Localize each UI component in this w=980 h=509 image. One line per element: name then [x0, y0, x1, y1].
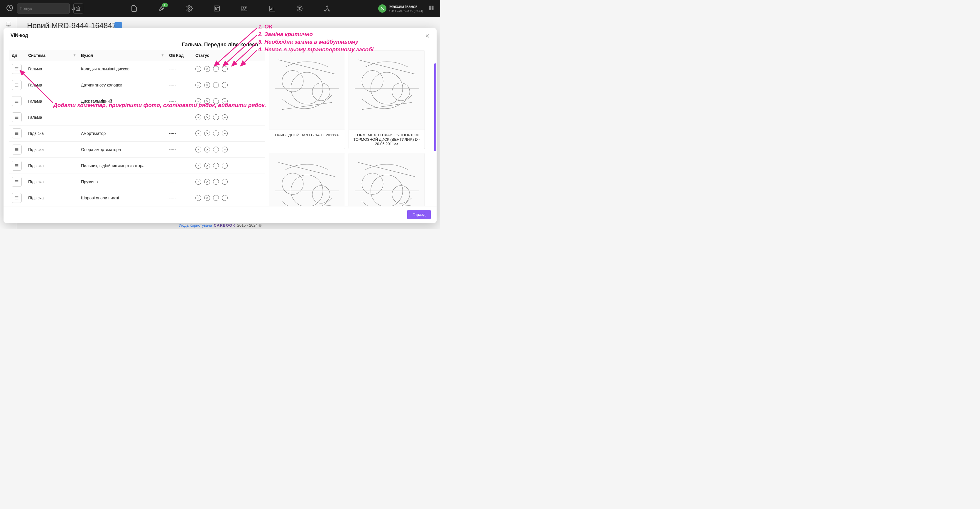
cell-system: Підвіска: [26, 158, 79, 174]
status-none-icon[interactable]: −: [222, 82, 228, 88]
diagram-card[interactable]: [348, 153, 425, 206]
footer-agreement-link[interactable]: Угода Користувача: [179, 223, 212, 228]
col-assembly[interactable]: Вузол: [79, 50, 167, 61]
svg-line-27: [358, 60, 415, 74]
gear-icon[interactable]: [186, 5, 193, 12]
diagram-card[interactable]: [269, 153, 345, 206]
svg-line-33: [278, 162, 336, 176]
status-ok-icon[interactable]: ✓: [196, 66, 201, 72]
status-warning-icon[interactable]: !: [213, 66, 219, 72]
status-critical-icon[interactable]: ✕: [204, 179, 210, 185]
status-none-icon[interactable]: −: [222, 195, 228, 201]
col-actions: Дії: [10, 50, 26, 61]
diagram-image: [349, 51, 425, 130]
status-warning-icon[interactable]: !: [213, 179, 219, 185]
diagram-card[interactable]: ТОРМ. МЕХ. С ПЛАВ. СУППОРТОМ ТОРМОЗНОЙ Д…: [348, 50, 425, 149]
diagram-card[interactable]: ПРИВОДНОЙ ВАЛ D - 14.11.2011>>: [269, 50, 345, 149]
svg-rect-15: [432, 6, 434, 8]
sliders-icon[interactable]: [213, 5, 220, 12]
row-menu-button[interactable]: [12, 193, 22, 203]
svg-point-13: [382, 7, 383, 8]
status-none-icon[interactable]: −: [222, 147, 228, 152]
status-ok-icon[interactable]: ✓: [196, 82, 201, 88]
status-ok-icon[interactable]: ✓: [196, 114, 201, 120]
status-warning-icon[interactable]: !: [213, 195, 219, 201]
apps-grid-icon[interactable]: [428, 5, 434, 12]
new-document-icon[interactable]: [130, 5, 138, 12]
user-avatar[interactable]: [378, 5, 387, 13]
status-critical-icon[interactable]: ✕: [204, 82, 210, 88]
chart-icon[interactable]: [269, 5, 275, 12]
monitor-icon[interactable]: [6, 21, 11, 27]
svg-point-26: [392, 83, 410, 101]
topbar-user[interactable]: Максим Іванов СТО CARBOOK (9444): [378, 5, 434, 13]
user-name: Максим Іванов: [389, 5, 423, 9]
parts-table: Дії Система Вузол: [10, 50, 265, 206]
row-menu-button[interactable]: [12, 161, 22, 171]
status-ok-icon[interactable]: ✓: [196, 147, 201, 152]
svg-point-2: [188, 8, 190, 10]
status-critical-icon[interactable]: ✕: [204, 147, 210, 152]
cell-assembly: Датчик зносу колодок: [79, 77, 167, 93]
ok-button[interactable]: Гаразд: [407, 210, 431, 219]
status-ok-icon[interactable]: ✓: [196, 130, 201, 136]
status-warning-icon[interactable]: !: [213, 163, 219, 169]
status-warning-icon[interactable]: !: [213, 82, 219, 88]
svg-point-41: [371, 175, 403, 206]
status-ok-icon[interactable]: ✓: [196, 98, 201, 104]
status-ok-icon[interactable]: ✓: [196, 163, 201, 169]
status-warning-icon[interactable]: !: [213, 98, 219, 104]
row-menu-button[interactable]: [12, 128, 22, 138]
contact-icon[interactable]: [241, 5, 248, 12]
status-critical-icon[interactable]: ✕: [204, 98, 210, 104]
status-ok-icon[interactable]: ✓: [196, 179, 201, 185]
cell-oe: -----: [167, 93, 193, 109]
status-critical-icon[interactable]: ✕: [204, 114, 210, 120]
status-none-icon[interactable]: −: [222, 114, 228, 120]
svg-line-40: [362, 205, 411, 206]
filter-icon[interactable]: [73, 53, 76, 58]
row-menu-button[interactable]: [12, 177, 22, 187]
status-none-icon[interactable]: −: [222, 130, 228, 136]
row-menu-button[interactable]: [12, 64, 22, 74]
institution-button[interactable]: [73, 3, 83, 13]
row-menu-button[interactable]: [12, 112, 22, 122]
cell-system: Підвіска: [26, 174, 79, 190]
cell-oe: -----: [167, 61, 193, 77]
app-logo[interactable]: [6, 4, 13, 13]
topbar: 11 Максим Іванов СТО CARBOOK (9444): [0, 0, 440, 17]
svg-point-20: [312, 83, 330, 101]
status-ok-icon[interactable]: ✓: [196, 195, 201, 201]
close-icon[interactable]: ✕: [425, 33, 430, 39]
search-input[interactable]: [20, 6, 71, 11]
row-menu-button[interactable]: [12, 80, 22, 90]
status-none-icon[interactable]: −: [222, 179, 228, 185]
status-critical-icon[interactable]: ✕: [204, 163, 210, 169]
col-system[interactable]: Система: [26, 50, 79, 61]
status-critical-icon[interactable]: ✕: [204, 130, 210, 136]
diagram-panel: ПРИВОДНОЙ ВАЛ D - 14.11.2011>> ТОРМ. МЕХ…: [265, 50, 431, 206]
status-critical-icon[interactable]: ✕: [204, 195, 210, 201]
status-warning-icon[interactable]: !: [213, 147, 219, 152]
wrench-icon[interactable]: 11: [158, 5, 165, 12]
currency-icon[interactable]: [296, 5, 303, 12]
filter-icon[interactable]: [161, 53, 164, 58]
cell-system: Гальма: [26, 61, 79, 77]
row-menu-button[interactable]: [12, 144, 22, 154]
svg-line-34: [282, 205, 332, 206]
row-menu-button[interactable]: [12, 96, 22, 106]
page-lang-tag: [115, 22, 122, 28]
network-icon[interactable]: [324, 5, 331, 12]
cell-oe: -----: [167, 125, 193, 142]
status-warning-icon[interactable]: !: [213, 114, 219, 120]
search-box[interactable]: [17, 3, 70, 13]
status-none-icon[interactable]: −: [222, 66, 228, 72]
status-warning-icon[interactable]: !: [213, 130, 219, 136]
svg-point-32: [312, 186, 330, 203]
status-none-icon[interactable]: −: [222, 98, 228, 104]
svg-point-4: [215, 8, 216, 8]
footer-years: 2015 - 2024 ®: [237, 223, 262, 228]
status-critical-icon[interactable]: ✕: [204, 66, 210, 72]
status-none-icon[interactable]: −: [222, 163, 228, 169]
cell-oe: -----: [167, 77, 193, 93]
